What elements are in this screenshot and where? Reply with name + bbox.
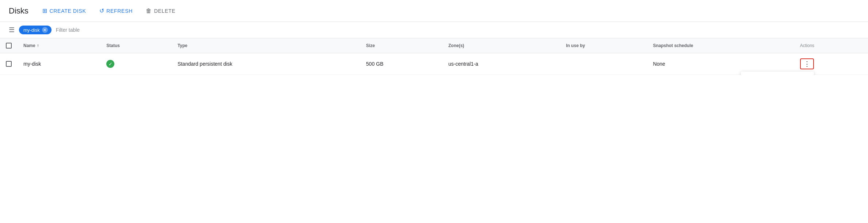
th-snapshot-schedule[interactable]: Snapshot schedule xyxy=(647,38,794,53)
row-name: my-disk xyxy=(18,53,100,75)
filter-chip: my-disk ✕ xyxy=(19,26,52,34)
row-zone: us-central1-a xyxy=(442,53,560,75)
th-actions: Actions xyxy=(794,38,868,53)
delete-button[interactable]: 🗑 DELETE xyxy=(141,5,180,17)
status-ok-icon: ✓ xyxy=(106,60,114,68)
filter-bar: ☰ my-disk ✕ Filter table xyxy=(0,22,868,38)
row-in-use-by xyxy=(560,53,647,75)
th-zones[interactable]: Zone(s) xyxy=(442,38,560,53)
filter-chip-label: my-disk xyxy=(23,27,40,33)
th-in-use-by[interactable]: In use by xyxy=(560,38,647,53)
disk-table: Name ↑ Status Type Size Zone(s) In us xyxy=(0,38,868,75)
create-disk-icon: ⊞ xyxy=(42,7,47,14)
filter-menu-icon[interactable]: ☰ xyxy=(9,26,15,34)
row-actions-cell: ⋮ ⊞ Create instance ⊟ Create snapshot xyxy=(794,53,868,75)
row-checkbox[interactable] xyxy=(6,61,12,67)
create-disk-button[interactable]: ⊞ CREATE DISK xyxy=(37,4,91,17)
refresh-icon: ↺ xyxy=(99,7,104,14)
th-status[interactable]: Status xyxy=(100,38,172,53)
disk-table-container: Name ↑ Status Type Size Zone(s) In us xyxy=(0,38,868,75)
filter-input-placeholder[interactable]: Filter table xyxy=(56,27,80,33)
row-type: Standard persistent disk xyxy=(172,53,360,75)
refresh-button[interactable]: ↺ REFRESH xyxy=(94,4,138,17)
menu-item-create-instance[interactable]: ⊞ Create instance xyxy=(741,74,814,75)
select-all-checkbox[interactable] xyxy=(6,43,12,49)
th-name[interactable]: Name ↑ xyxy=(18,38,100,53)
filter-chip-close-icon[interactable]: ✕ xyxy=(42,27,48,33)
actions-more-button[interactable]: ⋮ xyxy=(800,58,814,69)
delete-icon: 🗑 xyxy=(146,8,152,14)
row-size: 500 GB xyxy=(360,53,442,75)
row-checkbox-cell xyxy=(0,53,18,75)
actions-dropdown-wrapper: ⋮ ⊞ Create instance ⊟ Create snapshot xyxy=(800,58,814,69)
row-status: ✓ xyxy=(100,53,172,75)
select-all-header xyxy=(0,38,18,53)
th-size[interactable]: Size xyxy=(360,38,442,53)
th-type[interactable]: Type xyxy=(172,38,360,53)
actions-dropdown-menu: ⊞ Create instance ⊟ Create snapshot ⊞ Cl… xyxy=(741,72,814,75)
sort-arrow-icon: ↑ xyxy=(37,43,39,48)
table-header-row: Name ↑ Status Type Size Zone(s) In us xyxy=(0,38,868,53)
toolbar: Disks ⊞ CREATE DISK ↺ REFRESH 🗑 DELETE xyxy=(0,0,868,22)
page-title: Disks xyxy=(9,6,28,16)
table-row: my-disk ✓ Standard persistent disk 500 G… xyxy=(0,53,868,75)
